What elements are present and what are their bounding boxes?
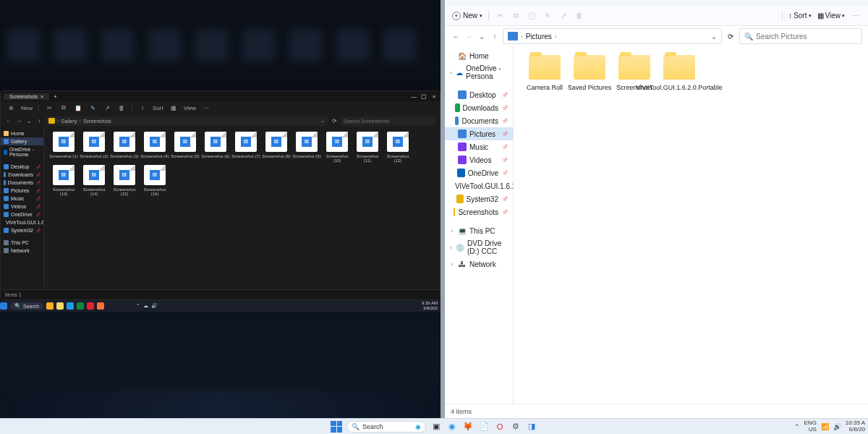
- minimize-button[interactable]: —: [411, 93, 417, 100]
- cut-icon[interactable]: ✂: [45, 103, 54, 112]
- nav-forward-icon[interactable]: →: [15, 118, 22, 124]
- sidebar-item[interactable]: Videos📌: [1, 203, 43, 210]
- more-icon[interactable]: ⋯: [851, 11, 861, 21]
- expand-icon[interactable]: ›: [449, 229, 455, 234]
- sidebar-item[interactable]: Desktop📌: [1, 163, 43, 171]
- sidebar-item[interactable]: System32📌: [445, 192, 513, 205]
- language-indicator[interactable]: ENG US: [804, 420, 817, 433]
- sidebar-item-onedrive[interactable]: › ☁ OneDrive - Persona: [445, 62, 513, 82]
- copy-icon[interactable]: ⧉: [59, 103, 68, 112]
- breadcrumb-segment[interactable]: Gallery: [61, 119, 77, 124]
- refresh-icon[interactable]: ⟳: [725, 33, 736, 41]
- nav-up-icon[interactable]: ↑: [490, 33, 500, 41]
- sidebar-item-home[interactable]: Home: [1, 129, 43, 137]
- rename-icon[interactable]: ✎: [88, 103, 97, 112]
- file-item[interactable]: 🖼Screenshot (1): [48, 132, 79, 165]
- file-item[interactable]: 🖼Screenshot (11): [352, 132, 383, 165]
- expand-icon[interactable]: ›: [449, 70, 453, 75]
- breadcrumb-segment[interactable]: Pictures: [526, 33, 552, 41]
- tab-close-icon[interactable]: ×: [41, 94, 43, 99]
- clock[interactable]: 10:35 A 6/8/20: [846, 420, 865, 433]
- sidebar-item[interactable]: Downloads📌: [1, 171, 43, 179]
- close-window-button[interactable]: ×: [431, 93, 437, 100]
- nav-recent-icon[interactable]: ⌄: [477, 33, 487, 41]
- expand-icon[interactable]: ›: [449, 245, 453, 250]
- sidebar-item-onedrive[interactable]: OneDrive - Persona: [1, 145, 43, 158]
- more-icon[interactable]: ⋯: [202, 103, 210, 112]
- file-item[interactable]: 🖼Screenshot (7): [231, 132, 261, 165]
- refresh-icon[interactable]: ⟳: [331, 118, 338, 124]
- file-item[interactable]: 🖼Screenshot (8): [261, 132, 292, 165]
- sidebar-item[interactable]: Downloads📌: [445, 101, 513, 114]
- new-button[interactable]: ⊕: [7, 103, 15, 112]
- file-item[interactable]: 🖼Screenshot (5): [170, 132, 200, 165]
- file-item[interactable]: 🖼Screenshot (15): [109, 165, 140, 198]
- sort-icon[interactable]: ↕: [138, 103, 147, 112]
- sidebar-item[interactable]: Music📌: [1, 195, 43, 203]
- search-box[interactable]: [341, 116, 435, 126]
- sidebar-item-network[interactable]: Network: [1, 247, 43, 255]
- system-tray[interactable]: ⌃ ☁ 🔊: [136, 303, 158, 309]
- file-item[interactable]: 🖼Screenshot (9): [292, 132, 322, 165]
- clock[interactable]: 9:29 AM 3/8/202: [422, 301, 438, 310]
- sidebar-item[interactable]: Pictures📌: [445, 127, 513, 140]
- cloud-tray-icon[interactable]: ☁: [143, 303, 148, 309]
- sidebar-item[interactable]: Documents📌: [445, 114, 513, 127]
- firefox-icon[interactable]: 🦊: [462, 421, 474, 433]
- nav-back-icon[interactable]: ←: [5, 118, 12, 124]
- search-input[interactable]: [344, 119, 433, 124]
- path-dropdown-icon[interactable]: ⌄: [711, 33, 717, 41]
- folder-item[interactable]: Screenshots: [612, 55, 657, 107]
- sidebar-item-thispc[interactable]: › 💻 This PC: [445, 224, 513, 237]
- sidebar-item[interactable]: Videos📌: [445, 153, 513, 166]
- file-item[interactable]: 🖼Screenshot (10): [322, 132, 352, 165]
- firefox-icon[interactable]: [97, 302, 104, 310]
- taskbar-search[interactable]: 🔍 Search ◉: [346, 421, 426, 433]
- new-tab-button[interactable]: +: [54, 93, 57, 100]
- sort-button[interactable]: ↕ Sort ▾: [788, 12, 811, 20]
- sidebar-item-home[interactable]: 🏠 Home: [445, 49, 513, 62]
- window-tab[interactable]: Screenshots ×: [4, 93, 49, 100]
- opera-icon[interactable]: O: [494, 421, 506, 433]
- breadcrumb[interactable]: › Pictures › ⌄: [503, 28, 722, 44]
- volume-icon[interactable]: 🔊: [151, 303, 158, 309]
- sidebar-item[interactable]: Documents📌: [1, 179, 43, 187]
- sidebar-item[interactable]: Music📌: [445, 140, 513, 153]
- sidebar-item-dvd[interactable]: › 💿 DVD Drive (D:) CCC: [445, 237, 513, 258]
- file-item[interactable]: 🖼Screenshot (2): [79, 132, 109, 165]
- breadcrumb[interactable]: › Gallery › Screenshots ⌄: [46, 116, 328, 126]
- start-button[interactable]: [0, 302, 7, 310]
- taskbar-search[interactable]: 🔍 Search: [10, 302, 43, 310]
- file-item[interactable]: 🖼Screenshot (4): [140, 132, 170, 165]
- explorer-icon[interactable]: [56, 302, 64, 310]
- file-item[interactable]: 🖼Screenshot (6): [200, 132, 231, 165]
- delete-icon[interactable]: 🗑: [117, 103, 126, 112]
- wifi-icon[interactable]: 📶: [821, 423, 829, 430]
- sidebar-item[interactable]: Pictures📌: [1, 187, 43, 195]
- chevron-up-icon[interactable]: ⌃: [794, 423, 800, 430]
- sidebar-item[interactable]: OneDrive📌: [445, 166, 513, 179]
- file-item[interactable]: 🖼Screenshot (12): [383, 132, 413, 165]
- sidebar-item-thispc[interactable]: This PC: [1, 239, 43, 247]
- chevron-up-icon[interactable]: ⌃: [136, 303, 140, 309]
- taskbar-app-icon[interactable]: [46, 302, 54, 310]
- volume-icon[interactable]: 🔊: [833, 423, 841, 430]
- view-icon[interactable]: ▦: [169, 103, 178, 112]
- new-label[interactable]: New: [21, 105, 33, 111]
- share-icon[interactable]: ↗: [103, 103, 111, 112]
- sidebar-item-network[interactable]: › 🖧 Network: [445, 258, 513, 271]
- taskview-icon[interactable]: ▣: [430, 421, 442, 433]
- sidebar-item[interactable]: Screenshots📌: [445, 205, 513, 218]
- notepad-icon[interactable]: 📄: [478, 421, 490, 433]
- file-item[interactable]: 🖼Screenshot (3): [109, 132, 140, 165]
- file-item[interactable]: 🖼Screenshot (13): [48, 165, 79, 198]
- search-box[interactable]: 🔍: [739, 28, 862, 44]
- breadcrumb-segment[interactable]: Screenshots: [83, 119, 111, 124]
- expand-icon[interactable]: ›: [449, 262, 455, 267]
- view-label[interactable]: View: [184, 105, 196, 111]
- store-icon[interactable]: [77, 302, 84, 310]
- opera-icon[interactable]: [87, 302, 94, 310]
- folder-item[interactable]: Saved Pictures: [567, 55, 612, 107]
- path-dropdown-icon[interactable]: ⌄: [320, 118, 325, 124]
- sidebar-item[interactable]: System32📌: [1, 226, 43, 234]
